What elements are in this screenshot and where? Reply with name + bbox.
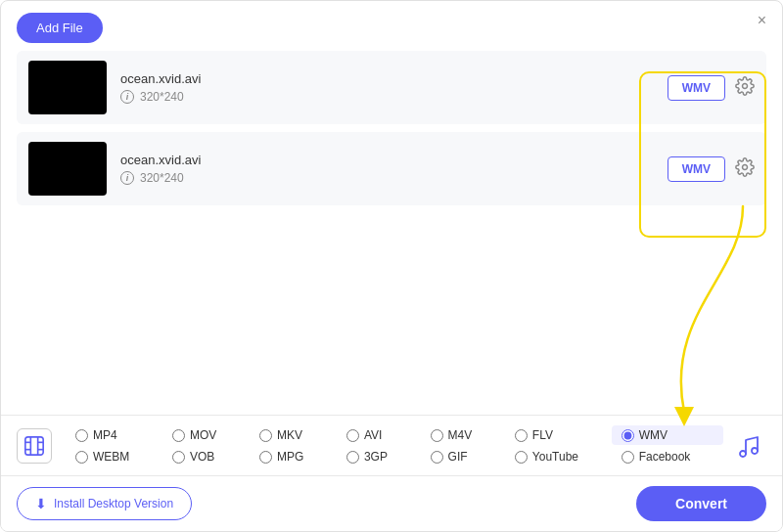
add-file-button[interactable]: Add File — [17, 13, 103, 43]
install-desktop-button[interactable]: ⬇ Install Desktop Version — [17, 487, 192, 520]
format-option-wmv[interactable]: WMV — [612, 425, 723, 445]
header: Add File × — [1, 1, 782, 51]
file-resolution: 320*240 — [140, 171, 184, 185]
format-option-webm[interactable]: WEBM — [66, 447, 162, 466]
format-option-gif[interactable]: GIF — [421, 447, 505, 466]
svg-rect-3 — [25, 437, 43, 455]
settings-button[interactable] — [735, 76, 755, 99]
video-format-icon — [17, 428, 52, 464]
file-actions: WMV — [668, 156, 755, 182]
file-thumbnail — [28, 61, 107, 114]
file-meta: i 320*240 — [120, 171, 668, 185]
file-name: ocean.xvid.avi — [120, 153, 668, 167]
file-thumbnail — [28, 142, 107, 196]
svg-point-0 — [743, 84, 748, 89]
format-bar: MP4 MOV MKV AVI M4V FLV WMV WEBM VOB MPG — [1, 415, 782, 472]
format-option-3gp[interactable]: 3GP — [337, 447, 421, 466]
format-option-facebook[interactable]: Facebook — [612, 447, 723, 466]
format-select-button[interactable]: WMV — [668, 156, 725, 182]
convert-button[interactable]: Convert — [636, 486, 766, 521]
file-list: ocean.xvid.avi i 320*240 WMV ocean.xvid.… — [1, 51, 782, 205]
file-name: ocean.xvid.avi — [120, 71, 668, 86]
arrow-svg — [586, 197, 782, 431]
format-option-mpg[interactable]: MPG — [250, 447, 337, 466]
install-label: Install Desktop Version — [54, 497, 173, 510]
svg-point-10 — [740, 451, 746, 457]
file-resolution: 320*240 — [140, 90, 184, 104]
file-item: ocean.xvid.avi i 320*240 WMV — [17, 132, 766, 205]
format-option-mov[interactable]: MOV — [162, 425, 250, 445]
file-info: ocean.xvid.avi i 320*240 — [120, 153, 668, 185]
format-options-grid: MP4 MOV MKV AVI M4V FLV WMV WEBM VOB MPG — [66, 425, 723, 466]
bottom-bar: ⬇ Install Desktop Version Convert — [1, 475, 782, 531]
settings-button[interactable] — [735, 157, 755, 180]
svg-point-1 — [743, 165, 748, 170]
format-option-mp4[interactable]: MP4 — [66, 425, 162, 445]
audio-format-icon[interactable] — [731, 428, 766, 464]
format-option-m4v[interactable]: M4V — [421, 425, 505, 445]
format-option-vob[interactable]: VOB — [162, 447, 250, 466]
file-info: ocean.xvid.avi i 320*240 — [120, 71, 668, 104]
download-icon: ⬇ — [35, 496, 47, 511]
file-actions: WMV — [668, 75, 755, 101]
close-button[interactable]: × — [758, 13, 766, 28]
file-item: ocean.xvid.avi i 320*240 WMV — [17, 51, 766, 124]
format-option-mkv[interactable]: MKV — [250, 425, 337, 445]
format-select-button[interactable]: WMV — [668, 75, 725, 101]
format-option-flv[interactable]: FLV — [505, 425, 612, 445]
info-icon: i — [120, 90, 134, 104]
format-option-youtube[interactable]: YouTube — [505, 447, 612, 466]
format-option-avi[interactable]: AVI — [337, 425, 421, 445]
info-icon: i — [120, 171, 134, 185]
file-meta: i 320*240 — [120, 90, 668, 104]
